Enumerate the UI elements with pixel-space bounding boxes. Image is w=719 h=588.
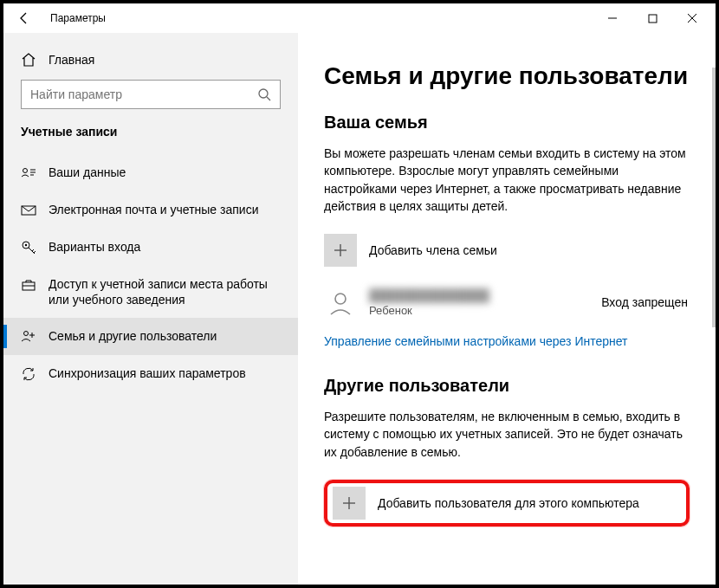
svg-point-18 [335,294,346,304]
nav-label: Электронная почта и учетные записи [49,202,258,217]
add-family-member-button[interactable]: Добавить члена семьи [324,234,690,267]
sidebar: Главная Учетные записи Ваши данные [3,33,298,585]
add-other-user-button[interactable]: Добавить пользователя для этого компьюте… [333,487,681,520]
nav-label: Ваши данные [49,165,126,180]
family-heading: Ваша семья [324,113,690,132]
member-info: ██████████████ Ребенок [369,288,601,317]
svg-point-4 [23,169,28,173]
nav-your-info[interactable]: Ваши данные [3,154,298,191]
member-name: ██████████████ [369,288,601,302]
search-icon [257,87,271,101]
nav-label: Семья и другие пользователи [49,328,217,344]
add-other-label: Добавить пользователя для этого компьюте… [378,496,639,510]
sync-icon [21,365,49,382]
nav-work-school[interactable]: Доступ к учетной записи места работы или… [3,266,298,318]
mail-icon [21,202,49,218]
briefcase-icon [21,276,49,293]
family-icon [21,328,49,345]
family-member-row[interactable]: ██████████████ Ребенок Вход запрещен [324,286,688,319]
add-family-label: Добавить члена семьи [369,243,497,257]
plus-icon [333,487,366,520]
family-description: Вы можете разрешать членам семьи входить… [324,145,688,215]
back-button[interactable] [16,11,33,25]
others-heading: Другие пользователи [324,376,690,396]
nav-sync[interactable]: Синхронизация ваших параметров [3,355,298,392]
titlebar: Параметры [3,3,716,33]
nav: Ваши данные Электронная почта и учетные … [3,154,298,392]
page-title: Семья и другие пользователи [324,62,690,90]
person-card-icon [21,165,49,181]
highlight-annotation: Добавить пользователя для этого компьюте… [324,480,690,527]
others-description: Разрешите пользователям, не включенным в… [324,408,688,461]
manage-family-link[interactable]: Управление семейными настройками через И… [324,334,627,348]
window-title: Параметры [50,12,106,24]
nav-email-accounts[interactable]: Электронная почта и учетные записи [3,191,298,229]
category-heading: Учетные записи [3,125,298,154]
search-field[interactable] [30,87,257,101]
settings-window: Параметры Главная Учетн [0,0,719,588]
plus-icon [324,234,357,267]
svg-point-13 [24,332,29,336]
nav-label: Варианты входа [49,239,140,255]
search-input[interactable] [21,80,281,109]
svg-point-2 [259,89,268,98]
svg-point-10 [25,244,27,246]
minimize-button[interactable] [593,5,632,31]
home-button[interactable]: Главная [3,45,298,80]
avatar-icon [324,286,357,319]
nav-family-users[interactable]: Семья и другие пользователи [3,318,298,355]
nav-label: Доступ к учетной записи места работы или… [49,276,281,307]
svg-line-3 [267,97,270,100]
member-status: Вход запрещен [601,295,688,309]
nav-signin-options[interactable]: Варианты входа [3,229,298,266]
home-label: Главная [49,53,94,67]
svg-rect-1 [649,15,657,23]
key-icon [21,239,49,255]
scrollbar[interactable] [712,68,716,327]
nav-label: Синхронизация ваших параметров [49,365,246,381]
content-area: Семья и другие пользователи Ваша семья В… [298,33,716,585]
home-icon [21,52,49,68]
maximize-button[interactable] [632,5,672,31]
close-button[interactable] [672,5,712,31]
member-role: Ребенок [369,304,601,317]
